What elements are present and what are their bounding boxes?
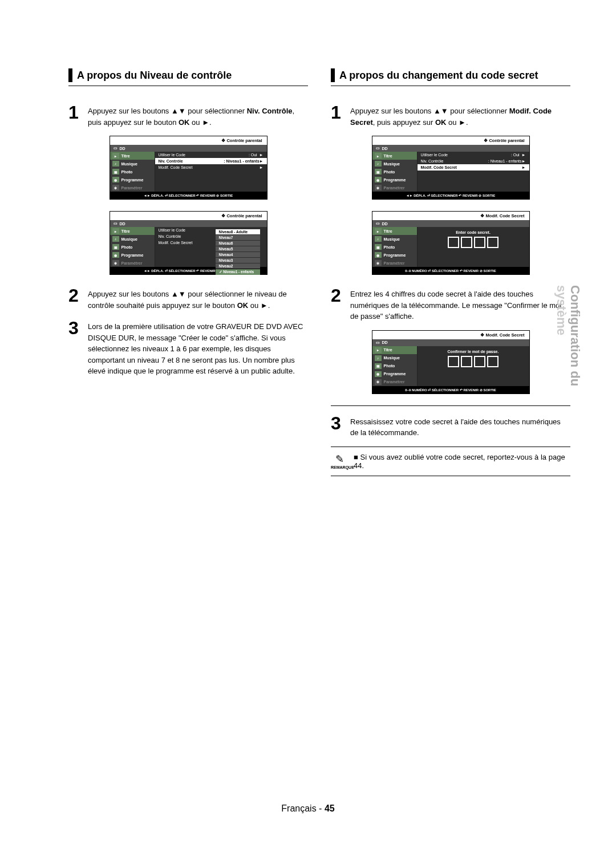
- left-step-2: 2 Appuyez sur les boutons ▲▼ pour sélect…: [68, 286, 308, 311]
- hdd-icon: ▭: [376, 221, 380, 226]
- gear-icon: ✻: [375, 379, 382, 385]
- note-icon: ✎: [331, 453, 348, 465]
- osd-side-programme: ◉Programme: [110, 176, 155, 184]
- left-column: A propos du Niveau de contrôle 1 Appuyez…: [68, 68, 308, 476]
- osd-enter-code: Modif. Code Secret ▭DD ▸Titre ♪Musique ▣…: [372, 211, 530, 275]
- gear-icon: ✻: [112, 260, 119, 266]
- code-digit: [474, 356, 485, 367]
- osd-dd-row: ▭DD: [110, 145, 267, 152]
- osd-highlight-niv: Niv. Contrôle: Niveau1 - enfants►: [155, 158, 267, 164]
- osd-parental-levels: Contrôle parental ▭DD ▸Titre ♪Musique ▣P…: [110, 211, 268, 275]
- code-digit: [487, 356, 499, 367]
- osd-side-musique: ♪Musique: [110, 160, 155, 168]
- title-icon: ▸: [375, 153, 382, 159]
- osd-side-parametrer: ✻Paramétrer: [110, 184, 155, 192]
- right-arrow-icon: ►: [459, 118, 466, 127]
- code-digit: [461, 237, 472, 248]
- photo-icon: ▣: [112, 169, 119, 175]
- music-icon: ♪: [375, 161, 382, 167]
- hdd-icon: ▭: [114, 221, 117, 226]
- left-step-1: 1 Appuyez sur les boutons ▲▼ pour sélect…: [68, 103, 308, 128]
- music-icon: ♪: [375, 236, 382, 242]
- title-icon: ▸: [112, 228, 119, 234]
- code-digit: [474, 237, 485, 248]
- title-icon: ▸: [375, 228, 382, 234]
- hdd-icon: ▭: [376, 340, 380, 345]
- music-icon: ♪: [375, 355, 382, 361]
- music-icon: ♪: [112, 161, 119, 167]
- left-step1-text: Appuyez sur les boutons ▲▼ pour sélectio…: [88, 103, 308, 128]
- right-step-2: 2 Entrez les 4 chiffres du code secret à…: [331, 286, 570, 322]
- osd-footer: ◄► DÉPLA. ⏎ SÉLECTIONNER ↶ REVENIR ⊘ SOR…: [110, 192, 267, 199]
- up-down-icon: ▲▼: [171, 290, 186, 298]
- osd-parental-right: Contrôle parental ▭DD ▸Titre ♪Musique ▣P…: [372, 136, 530, 200]
- title-icon: ▸: [112, 153, 119, 159]
- up-down-icon: ▲▼: [433, 107, 448, 115]
- up-down-icon: ▲▼: [171, 107, 186, 115]
- left-step-3: 3 Lors de la première utilisation de vot…: [68, 319, 308, 377]
- right-heading: A propos du changement du code secret: [331, 68, 570, 86]
- right-step-3: 3 Ressaisissez votre code secret à l'aid…: [331, 414, 570, 439]
- note-text: ■ Si vous avez oublié votre code secret,…: [354, 453, 570, 470]
- osd-parental-1: Contrôle parental ▭DD ▸Titre ♪Musique ▣P…: [110, 136, 268, 200]
- right-arrow-icon: ►: [261, 301, 268, 310]
- photo-icon: ▣: [375, 169, 382, 175]
- photo-icon: ▣: [112, 244, 119, 250]
- right-step-1: 1 Appuyez sur les boutons ▲▼ pour sélect…: [331, 103, 570, 128]
- osd-confirm-code: Modif. Code Secret ▭DD ▸Titre ♪Musique ▣…: [372, 330, 530, 394]
- heading-bar-icon: [68, 68, 72, 82]
- code-boxes: [418, 237, 529, 254]
- osd-highlight-modif: Modif. Code Secret►: [418, 164, 529, 171]
- code-digit: [461, 356, 472, 367]
- program-icon: ◉: [375, 371, 382, 377]
- heading-bar-icon: [331, 68, 335, 82]
- page-footer: Français - 45: [0, 804, 616, 814]
- osd-side-titre: ▸Titre: [110, 152, 155, 160]
- photo-icon: ▣: [375, 363, 382, 369]
- program-icon: ◉: [112, 177, 119, 182]
- osd-title: Contrôle parental: [110, 136, 267, 145]
- music-icon: ♪: [112, 236, 119, 242]
- title-icon: ▸: [375, 347, 382, 353]
- divider: [331, 405, 570, 406]
- left-heading-text: A propos du Niveau de contrôle: [77, 70, 232, 82]
- code-digit: [448, 356, 459, 367]
- gear-icon: ✻: [112, 185, 119, 190]
- photo-icon: ▣: [375, 244, 382, 250]
- section-tab: Configuration du système: [554, 285, 582, 386]
- note-block: ✎ REMARQUE ■ Si vous avez oublié votre c…: [331, 447, 570, 476]
- gear-icon: ✻: [375, 260, 382, 266]
- hdd-icon: ▭: [376, 146, 380, 151]
- program-icon: ◉: [375, 252, 382, 258]
- code-digit: [448, 237, 459, 248]
- program-icon: ◉: [112, 252, 119, 258]
- left-heading: A propos du Niveau de contrôle: [68, 68, 308, 86]
- code-digit: [487, 237, 499, 248]
- right-column: A propos du changement du code secret 1 …: [331, 68, 570, 476]
- gear-icon: ✻: [375, 185, 382, 190]
- hdd-icon: ▭: [114, 146, 117, 151]
- program-icon: ◉: [375, 177, 382, 182]
- right-arrow-icon: ►: [202, 118, 209, 127]
- osd-side-photo: ▣Photo: [110, 168, 155, 176]
- step-number: 1: [68, 103, 82, 128]
